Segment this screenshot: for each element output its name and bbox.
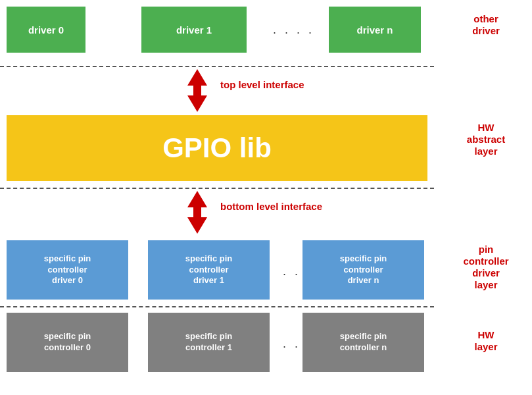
bottom-interface-label: bottom level interface [220, 201, 322, 212]
hw-ctrl0-box: specific pin controller 0 [7, 313, 128, 372]
svg-marker-0 [187, 69, 207, 86]
hw-ctrlN-box: specific pin controller n [302, 313, 424, 372]
hw-ctrlN-label: specific pin controller n [340, 331, 387, 354]
top-interface-label: top level interface [220, 79, 304, 90]
driverN-label: driver n [356, 24, 393, 36]
driver1-label: driver 1 [176, 24, 212, 36]
hw-layer-label: HWlayer [443, 329, 529, 353]
hw-ctrl0-label: specific pin controller 0 [44, 331, 91, 354]
pin-ctrl-driverN-box: specific pin controller driver n [302, 240, 424, 300]
dashed-line-3 [0, 306, 434, 307]
diagram: driver 0 driver 1 . . . . driver n other… [0, 0, 532, 395]
svg-marker-3 [187, 191, 207, 207]
top-interface-arrow [178, 66, 217, 115]
gpio-box: GPIO lib [7, 115, 427, 181]
pin-ctrl-driver0-label: specific pin controller driver 0 [44, 253, 91, 287]
pin-ctrl-driverN-label: specific pin controller driver n [340, 253, 387, 287]
driver0-box: driver 0 [7, 7, 85, 53]
pin-ctrl-driver0-box: specific pin controller driver 0 [7, 240, 128, 300]
hw-ctrl1-label: specific pin controller 1 [185, 331, 233, 354]
driverN-box: driver n [329, 7, 421, 53]
svg-marker-2 [187, 95, 207, 112]
dots1: . . . . [273, 23, 314, 37]
dashed-line-1 [0, 66, 434, 67]
driver0-label: driver 0 [28, 24, 64, 36]
other-driver-label: otherdriver [443, 13, 529, 37]
gpio-label: GPIO lib [162, 132, 272, 164]
pin-ctrl-driver1-box: specific pin controller driver 1 [148, 240, 270, 300]
bottom-interface-arrow [178, 188, 217, 237]
pin-controller-driver-label: pincontrollerdriverlayer [443, 244, 529, 291]
svg-marker-5 [187, 217, 207, 234]
hw-ctrl1-box: specific pin controller 1 [148, 313, 270, 372]
driver1-box: driver 1 [141, 7, 247, 53]
hw-abstract-label: HWabstractlayer [443, 122, 529, 157]
pin-ctrl-driver1-label: specific pin controller driver 1 [185, 253, 233, 287]
dashed-line-2 [0, 188, 434, 189]
